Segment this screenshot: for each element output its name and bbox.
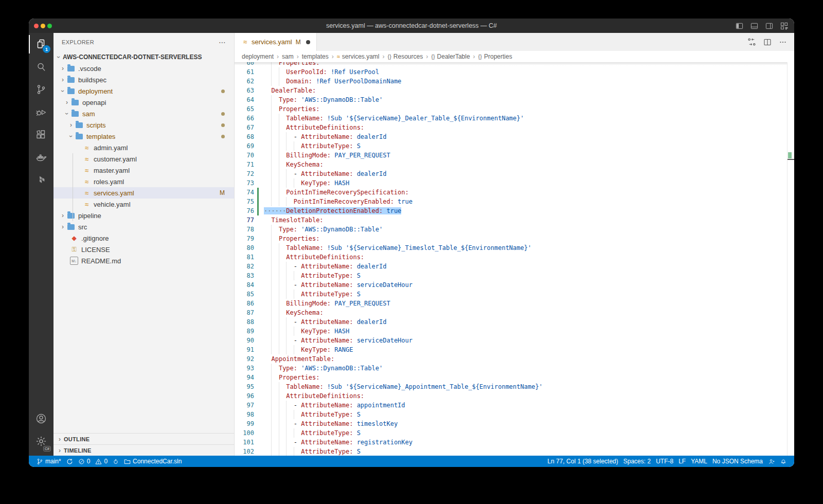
activity-settings-gear[interactable]: C# [29,430,53,453]
code-line[interactable]: 96 AttributeDefinitions: [235,391,794,401]
line-number[interactable]: 92 [235,354,254,364]
line-number[interactable]: 97 [235,401,254,410]
section-outline[interactable]: ›OUTLINE [53,433,234,444]
line-number[interactable]: 65 [235,104,254,114]
tree-item-buildspec[interactable]: ›buildspec [53,74,234,85]
tab-services-yaml[interactable]: ≈ services.yaml M [235,33,317,51]
line-number[interactable]: 87 [235,308,254,317]
code-line[interactable]: 72 - AttributeName: dealerId [235,169,794,178]
activity-search[interactable] [29,56,53,78]
code-line[interactable]: 98 AttributeType: S [235,410,794,419]
line-number[interactable]: 69 [235,141,254,151]
close-button[interactable] [34,24,39,28]
tree-item-master-yaml[interactable]: ≈master.yaml [53,165,234,176]
line-number[interactable]: 89 [235,327,254,336]
line-number[interactable]: 99 [235,419,254,428]
code-line[interactable]: 66 TableName: !Sub '${ServiceName}_Deale… [235,114,794,123]
status-bell[interactable] [778,456,789,467]
tree-item-pipeline[interactable]: ›pipeline [53,210,234,221]
breadcrumb-item-deployment[interactable]: deployment [242,53,274,60]
status-sync[interactable] [64,456,76,467]
code-line[interactable]: 95 TableName: !Sub '${ServiceName}_Appoi… [235,382,794,391]
code-line[interactable]: 62 Domain: !Ref UserPoolDomainName [235,77,794,86]
tree-item--vscode[interactable]: ›.vscode [53,63,234,74]
code-line[interactable]: 74 PointInTimeRecoverySpecification: [235,188,794,197]
code-line[interactable]: 61 UserPoolId: !Ref UserPool [235,67,794,77]
status-flame[interactable] [110,456,121,467]
line-number[interactable]: 86 [235,299,254,308]
line-number[interactable]: 79 [235,234,254,243]
status-ln-77-col-1-38-selected-[interactable]: Ln 77, Col 1 (38 selected) [545,456,620,467]
line-number[interactable]: 82 [235,262,254,271]
activity-explorer[interactable]: 1 [29,33,53,56]
activity-extensions[interactable] [29,123,53,146]
minimize-button[interactable] [41,24,45,28]
code-line[interactable]: 60 Properties: [235,62,794,67]
line-number[interactable]: 73 [235,178,254,188]
activity-docker[interactable] [29,146,53,169]
activity-run-debug[interactable] [29,101,53,123]
status-branch[interactable]: main* [34,456,64,467]
code-line[interactable]: 76······DeletionProtectionEnabled: true [235,206,794,215]
code-line[interactable]: 71 KeySchema: [235,160,794,169]
status-no-json-schema[interactable]: No JSON Schema [710,456,765,467]
tree-item-roles-yaml[interactable]: ≈roles.yaml [53,176,234,187]
code-line[interactable]: 81 AttributeDefinitions: [235,253,794,262]
line-number[interactable]: 96 [235,391,254,401]
breadcrumb-item-resources[interactable]: {}Resources [387,53,423,60]
code-line[interactable]: 93 Type: 'AWS::DynamoDB::Table' [235,364,794,373]
status-error[interactable]: 0 [76,456,93,467]
layout-panel-bottom-icon[interactable] [750,22,758,30]
line-number[interactable]: 81 [235,253,254,262]
tree-item-customer-yaml[interactable]: ≈customer.yaml [53,153,234,165]
line-number[interactable]: 72 [235,169,254,178]
line-number[interactable]: 62 [235,77,254,86]
line-number[interactable]: 75 [235,197,254,206]
code-line[interactable]: 79 Properties: [235,234,794,243]
code-line[interactable]: 101 - AttributeName: registrationKey [235,438,794,447]
split-editor-icon[interactable] [763,38,772,46]
line-number[interactable]: 64 [235,95,254,104]
code-line[interactable]: 65 Properties: [235,104,794,114]
tree-item-vehicle-yaml[interactable]: ≈vehicle.yaml [53,199,234,210]
code-line[interactable]: 89 KeyType: HASH [235,327,794,336]
line-number[interactable]: 85 [235,290,254,299]
line-number[interactable]: 101 [235,438,254,447]
tree-item-deployment[interactable]: ›deployment [53,85,234,97]
layout-sidebar-right-icon[interactable] [765,22,773,30]
code-line[interactable]: 97 - AttributeName: appointmentId [235,401,794,410]
line-number[interactable]: 93 [235,364,254,373]
code-line[interactable]: 94 Properties: [235,373,794,382]
line-number[interactable]: 95 [235,382,254,391]
code-line[interactable]: 69 AttributeType: S [235,141,794,151]
line-number[interactable]: 98 [235,410,254,419]
line-number[interactable]: 83 [235,271,254,280]
line-number[interactable]: 100 [235,428,254,438]
code-line[interactable]: 75 PointInTimeRecoveryEnabled: true [235,197,794,206]
status-warning[interactable]: 0 [93,456,110,467]
code-line[interactable]: 82 - AttributeName: dealerId [235,262,794,271]
tree-item-openapi[interactable]: ›openapi [53,97,234,108]
tab-dirty-indicator[interactable] [306,40,310,44]
tree-item-templates[interactable]: ›templates [53,131,234,142]
tree-item-admin-yaml[interactable]: ≈admin.yaml [53,142,234,153]
tree-item-license[interactable]: ⚿LICENSE [53,244,234,255]
code-line[interactable]: 64 Type: 'AWS::DynamoDB::Table' [235,95,794,104]
code-line[interactable]: 85 AttributeType: S [235,290,794,299]
activity-accounts[interactable] [29,407,53,430]
line-number[interactable]: 63 [235,86,254,95]
breadcrumb-item-services-yaml[interactable]: ≈services.yaml [337,53,380,60]
section-timeline[interactable]: ›TIMELINE [53,444,234,456]
line-number[interactable]: 90 [235,336,254,345]
activity-terraform[interactable] [29,169,53,191]
tree-item-services-yaml[interactable]: ≈services.yamlM [53,187,234,199]
code-line[interactable]: 77 TimeslotTable: [235,215,794,225]
zoom-button[interactable] [47,24,52,28]
layout-sidebar-left-icon[interactable] [736,22,743,30]
code-line[interactable]: 91 KeyType: RANGE [235,345,794,354]
code-line[interactable]: 70 BillingMode: PAY_PER_REQUEST [235,151,794,160]
tree-root[interactable]: ›AWS-CONNECTEDCAR-DOTNET-SERVERLESS [53,51,234,63]
code-line[interactable]: 86 BillingMode: PAY_PER_REQUEST [235,299,794,308]
line-number[interactable]: 102 [235,447,254,456]
line-number[interactable]: 67 [235,123,254,132]
